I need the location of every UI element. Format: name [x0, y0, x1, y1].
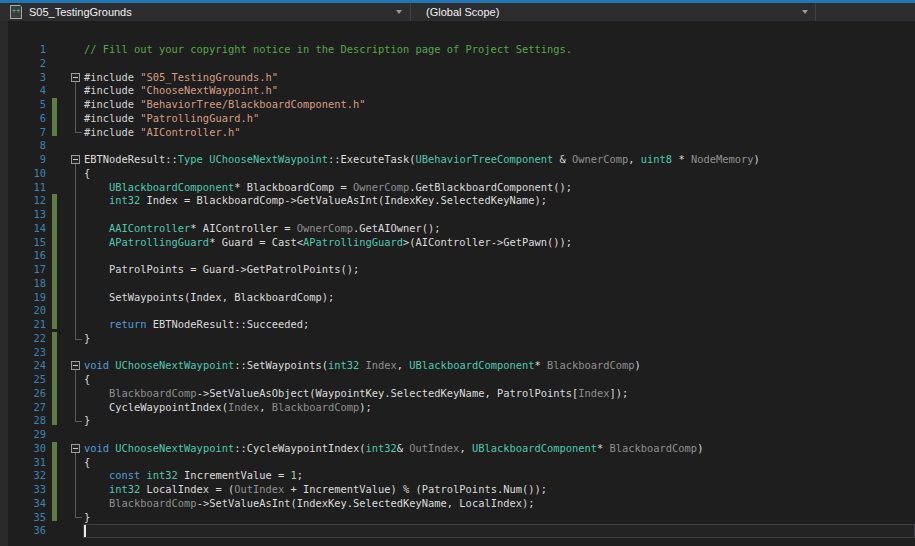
code-line[interactable]: 23	[0, 346, 915, 360]
code-line[interactable]: 20	[0, 304, 915, 318]
code-text: BlackboardComp->SetValueAsInt(IndexKey.S…	[84, 497, 534, 511]
code-text: #include "AIController.h"	[84, 126, 240, 140]
line-number: 34	[8, 497, 46, 511]
line-number: 30	[8, 442, 46, 456]
code-line[interactable]: 8	[0, 139, 915, 153]
line-number: 24	[8, 359, 46, 373]
line-number: 12	[8, 194, 46, 208]
code-line[interactable]: 17 PatrolPoints = Guard->GetPatrolPoints…	[0, 263, 915, 277]
line-number: 11	[8, 181, 46, 195]
code-line[interactable]: 18	[0, 277, 915, 291]
code-text: UBlackboardComponent* BlackboardComp = O…	[84, 181, 572, 195]
code-text: PatrolPoints = Guard->GetPatrolPoints();	[84, 263, 359, 277]
code-line[interactable]: 31{	[0, 456, 915, 470]
code-line[interactable]: 2	[0, 57, 915, 71]
code-text: }	[84, 511, 90, 525]
code-line[interactable]: 14 AAIController* AIController = OwnerCo…	[0, 222, 915, 236]
code-line[interactable]: 12 int32 Index = BlackboardComp->GetValu…	[0, 194, 915, 208]
code-text: #include "S05_TestingGrounds.h"	[84, 71, 278, 85]
line-number: 7	[8, 126, 46, 140]
members-dropdown[interactable]	[817, 3, 915, 21]
code-text: {	[84, 456, 90, 470]
code-line[interactable]: 4#include "ChooseNextWaypoint.h"	[0, 84, 915, 98]
code-line[interactable]: 6#include "PatrollingGuard.h"	[0, 112, 915, 126]
line-number: 14	[8, 222, 46, 236]
code-line[interactable]: 1// Fill out your copyright notice in th…	[0, 43, 915, 57]
code-editor[interactable]: 1// Fill out your copyright notice in th…	[0, 21, 915, 546]
line-number: 23	[8, 346, 46, 360]
line-number: 15	[8, 236, 46, 250]
code-line[interactable]: 32 const int32 IncrementValue = 1;	[0, 469, 915, 483]
line-number: 31	[8, 456, 46, 470]
code-line[interactable]: 24void UChooseNextWaypoint::SetWaypoints…	[0, 359, 915, 373]
line-number: 29	[8, 428, 46, 442]
code-line[interactable]: 29	[0, 428, 915, 442]
code-line[interactable]: 19 SetWaypoints(Index, BlackboardComp);	[0, 291, 915, 305]
types-dropdown[interactable]: ++ S05_TestingGrounds	[6, 3, 408, 21]
code-line[interactable]: 9EBTNodeResult::Type UChooseNextWaypoint…	[0, 153, 915, 167]
code-text: void UChooseNextWaypoint::CycleWaypointI…	[84, 442, 703, 456]
code-line[interactable]: 26 BlackboardComp->SetValueAsObject(Wayp…	[0, 387, 915, 401]
code-line[interactable]: 25{	[0, 373, 915, 387]
line-number: 4	[8, 84, 46, 98]
code-line[interactable]: 30void UChooseNextWaypoint::CycleWaypoin…	[0, 442, 915, 456]
line-number: 13	[8, 208, 46, 222]
code-text: {	[84, 373, 90, 387]
navbar-separator	[410, 3, 411, 21]
line-number: 17	[8, 263, 46, 277]
line-number: 3	[8, 71, 46, 85]
scope-dropdown[interactable]: (Global Scope)	[412, 3, 814, 21]
types-dropdown-value: S05_TestingGrounds	[29, 6, 132, 18]
cpp-source-file-icon: ++	[10, 5, 22, 19]
line-number: 33	[8, 483, 46, 497]
code-line[interactable]: 15 APatrollingGuard* Guard = Cast<APatro…	[0, 236, 915, 250]
code-line[interactable]: 10{	[0, 167, 915, 181]
line-number: 36	[8, 524, 46, 538]
code-text: AAIController* AIController = OwnerComp.…	[84, 222, 441, 236]
code-line[interactable]: 33 int32 LocalIndex = (OutIndex + Increm…	[0, 483, 915, 497]
chevron-down-icon	[802, 10, 808, 14]
code-line[interactable]: 5#include "BehaviorTree/BlackboardCompon…	[0, 98, 915, 112]
line-number: 20	[8, 304, 46, 318]
chevron-down-icon	[396, 10, 402, 14]
line-number: 22	[8, 332, 46, 346]
line-number: 32	[8, 469, 46, 483]
line-number: 21	[8, 318, 46, 332]
code-line[interactable]: 3#include "S05_TestingGrounds.h"	[0, 71, 915, 85]
code-line[interactable]: 28}	[0, 414, 915, 428]
code-line[interactable]: 11 UBlackboardComponent* BlackboardComp …	[0, 181, 915, 195]
visual-studio-editor-window: ++ S05_TestingGrounds (Global Scope) 1//…	[0, 0, 915, 546]
line-number: 2	[8, 57, 46, 71]
code-text: int32 Index = BlackboardComp->GetValueAs…	[84, 194, 547, 208]
line-number: 18	[8, 277, 46, 291]
code-line[interactable]: 35}	[0, 511, 915, 525]
code-line[interactable]: 36	[0, 524, 915, 538]
code-text: }	[84, 332, 90, 346]
code-line[interactable]: 16	[0, 249, 915, 263]
code-text: #include "PatrollingGuard.h"	[84, 112, 259, 126]
code-line[interactable]: 34 BlackboardComp->SetValueAsInt(IndexKe…	[0, 497, 915, 511]
code-text: APatrollingGuard* Guard = Cast<APatrolli…	[84, 236, 572, 250]
line-number: 6	[8, 112, 46, 126]
code-text: void UChooseNextWaypoint::SetWaypoints(i…	[84, 359, 641, 373]
code-text: CycleWaypointIndex(Index, BlackboardComp…	[84, 401, 372, 415]
code-text: SetWaypoints(Index, BlackboardComp);	[84, 291, 334, 305]
code-text: const int32 IncrementValue = 1;	[84, 469, 303, 483]
code-line[interactable]: 13	[0, 208, 915, 222]
code-line[interactable]: 27 CycleWaypointIndex(Index, BlackboardC…	[0, 401, 915, 415]
line-number: 10	[8, 167, 46, 181]
code-line[interactable]: 21 return EBTNodeResult::Succeeded;	[0, 318, 915, 332]
line-number: 16	[8, 249, 46, 263]
code-line[interactable]: 22}	[0, 332, 915, 346]
code-text: }	[84, 414, 90, 428]
code-text: EBTNodeResult::Type UChooseNextWaypoint:…	[84, 153, 760, 167]
navbar-separator	[815, 3, 816, 21]
code-line[interactable]: 7#include "AIController.h"	[0, 126, 915, 140]
code-text: // Fill out your copyright notice in the…	[84, 43, 572, 57]
code-text: int32 LocalIndex = (OutIndex + Increment…	[84, 483, 547, 497]
code-text: return EBTNodeResult::Succeeded;	[84, 318, 309, 332]
scope-dropdown-value: (Global Scope)	[426, 6, 499, 18]
line-number: 28	[8, 414, 46, 428]
line-number: 9	[8, 153, 46, 167]
line-number: 8	[8, 139, 46, 153]
